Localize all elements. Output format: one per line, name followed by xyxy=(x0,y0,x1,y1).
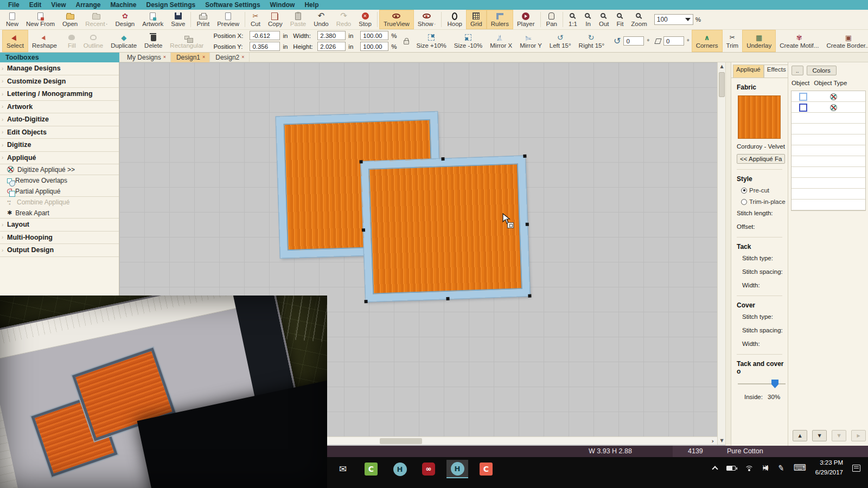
sidebar-item-applique[interactable]: Appliqué xyxy=(0,152,119,165)
horizontal-scroll-thumb[interactable] xyxy=(380,438,422,444)
volume-control[interactable]: ))) xyxy=(763,465,769,471)
selection-handle-n[interactable] xyxy=(441,157,444,160)
size-down-button[interactable]: Size -10% xyxy=(450,30,486,52)
object-color-swatch[interactable] xyxy=(799,104,807,112)
delete-button[interactable]: Delete xyxy=(141,30,166,52)
sidebar-item-customize-design[interactable]: Customize Design xyxy=(0,75,119,88)
height-percent-input[interactable]: 100.00 xyxy=(360,42,388,51)
selection-handle-e[interactable] xyxy=(526,223,529,226)
sidebar-item-lettering[interactable]: Lettering / Monogramming xyxy=(0,88,119,101)
outline-button[interactable]: Outline xyxy=(80,30,107,52)
touch-keyboard-icon[interactable]: ⌨ xyxy=(794,464,806,472)
mirror-y-button[interactable]: Mirror Y xyxy=(516,30,546,52)
print-button[interactable]: Print xyxy=(193,10,213,29)
skew-input[interactable]: 0 xyxy=(663,36,684,46)
menu-window[interactable]: Window xyxy=(265,1,300,9)
rectangular-duplicate-button[interactable]: Rectangular xyxy=(166,30,207,52)
trim-button[interactable]: ✂Trim xyxy=(723,30,743,52)
fill-button[interactable]: Fill xyxy=(64,30,80,52)
tab-design2[interactable]: Design2× xyxy=(210,53,249,62)
trim-in-place-radio-row[interactable]: Trim-in-place xyxy=(741,198,788,205)
player-button[interactable]: Player xyxy=(513,10,539,29)
scroll-right-icon[interactable]: › xyxy=(711,437,714,445)
rotate-by-input[interactable]: 0 xyxy=(623,36,644,46)
battery-icon[interactable] xyxy=(726,466,736,471)
create-motif-button[interactable]: ✾Create Motif... xyxy=(776,30,822,52)
position-x-input[interactable]: -0.612 xyxy=(250,31,280,40)
size-up-button[interactable]: Size +10% xyxy=(413,30,450,52)
save-button[interactable]: Save xyxy=(167,10,189,29)
resequence-table[interactable] xyxy=(791,91,866,211)
vertical-scrollbar[interactable]: ▲ ▼ xyxy=(717,62,725,445)
sequence-row-2[interactable] xyxy=(792,102,865,113)
tab-close-icon[interactable]: × xyxy=(202,54,205,60)
sidebar-item-layout[interactable]: Layout xyxy=(0,219,119,232)
rulers-toggle[interactable]: Rulers xyxy=(487,10,513,29)
tool-digitize-applique[interactable]: Digitize Appliqué >> xyxy=(0,164,119,175)
sidebar-item-multi-hooping[interactable]: Multi-Hooping xyxy=(0,232,119,245)
new-button[interactable]: New xyxy=(2,10,22,29)
sidebar-item-manage-designs[interactable]: Manage Designs xyxy=(0,62,119,75)
recent-button[interactable]: Recent xyxy=(81,10,111,29)
taskbar-green-app[interactable]: C xyxy=(360,460,382,478)
stop-button[interactable]: Stop xyxy=(355,10,375,29)
tray-expand-chevron-icon[interactable] xyxy=(712,466,718,472)
wifi-icon[interactable] xyxy=(745,465,754,471)
width-percent-input[interactable]: 100.00 xyxy=(360,31,388,40)
menu-software-settings[interactable]: Software Settings xyxy=(200,1,265,9)
resequence-dock-button[interactable]: .. xyxy=(792,66,803,75)
pan-button[interactable]: Pan xyxy=(542,10,561,29)
menu-help[interactable]: Help xyxy=(299,1,323,9)
select-tool[interactable]: Select xyxy=(2,30,28,52)
new-from-button[interactable]: New From xyxy=(22,10,59,29)
undo-button[interactable]: ↶Undo xyxy=(310,10,333,29)
tab-design1[interactable]: Design1× xyxy=(171,53,210,62)
menu-machine[interactable]: Machine xyxy=(106,1,142,9)
sidebar-item-edit-objects[interactable]: Edit Objects xyxy=(0,126,119,139)
resequence-up-button[interactable]: ▲ xyxy=(793,430,807,441)
rotate-right-15-button[interactable]: ↺Right 15° xyxy=(575,30,608,52)
menu-view[interactable]: View xyxy=(46,1,71,9)
selection-handle-se[interactable] xyxy=(528,294,531,298)
panel-splitter[interactable] xyxy=(725,53,731,446)
proportional-lock-toggle[interactable] xyxy=(400,30,413,52)
resequence-next-button[interactable]: ▶ xyxy=(851,430,866,441)
width-input[interactable]: 2.380 xyxy=(317,31,346,40)
menu-arrange[interactable]: Arrange xyxy=(71,1,105,9)
tool-combine-applique[interactable]: Combine Appliqué xyxy=(0,197,119,208)
tool-partial-applique[interactable]: Partial Appliqué xyxy=(0,186,119,197)
paste-button[interactable]: Paste xyxy=(286,10,310,29)
taskbar-embroidery-app-active[interactable]: H xyxy=(446,460,468,478)
tab-close-icon[interactable]: × xyxy=(241,54,244,60)
underlay-button[interactable]: ▦Underlay xyxy=(742,30,776,52)
zoom-1to1-button[interactable]: 1:1 xyxy=(565,10,581,29)
tab-my-designs[interactable]: My Designs× xyxy=(122,53,171,62)
radio-selected-icon[interactable] xyxy=(741,188,747,194)
print-preview-button[interactable]: Preview xyxy=(213,10,243,29)
position-y-input[interactable]: 0.356 xyxy=(250,42,280,51)
zoom-out-button[interactable]: Out xyxy=(595,10,613,29)
menu-file[interactable]: File xyxy=(3,1,24,9)
resequence-prev-button[interactable]: ▼ xyxy=(832,430,846,441)
redo-button[interactable]: ↷Redo xyxy=(333,10,355,29)
applique-object-2-selected[interactable] xyxy=(361,156,530,301)
tab-applique[interactable]: Appliqué xyxy=(733,65,764,78)
pen-icon[interactable]: ✎ xyxy=(777,464,785,472)
tab-effects[interactable]: Effects xyxy=(764,65,788,78)
slider-handle[interactable] xyxy=(771,380,778,388)
grid-toggle[interactable]: Grid xyxy=(466,10,487,29)
colors-button[interactable]: Colors xyxy=(807,66,837,75)
insert-design-button[interactable]: ✿Design xyxy=(111,10,138,29)
trueview-toggle[interactable]: TrueView xyxy=(379,10,414,29)
sidebar-item-artwork[interactable]: Artwork xyxy=(0,101,119,114)
reshape-tool[interactable]: Reshape xyxy=(28,30,61,52)
object-color-swatch[interactable] xyxy=(799,93,807,101)
taskbar-capture-app[interactable]: C xyxy=(475,460,497,478)
mirror-x-button[interactable]: Mirror X xyxy=(486,30,516,52)
tab-close-icon[interactable]: × xyxy=(163,54,166,60)
hoop-toggle[interactable]: Hoop xyxy=(443,10,466,29)
selection-handle-ne[interactable] xyxy=(523,155,526,158)
applique-fabric-button[interactable]: << Appliqué Fa xyxy=(737,154,785,164)
selection-handle-nw[interactable] xyxy=(359,160,362,163)
zoom-level-dropdown[interactable]: 100 xyxy=(654,14,693,25)
